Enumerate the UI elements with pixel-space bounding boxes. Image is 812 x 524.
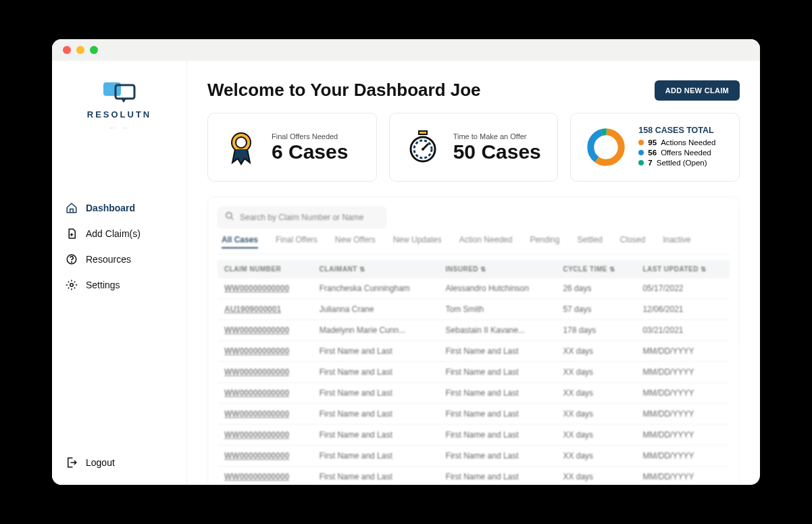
claimant-cell: First Name and Last [313, 362, 439, 383]
table-row[interactable]: WW00000000000First Name and LastFirst Na… [218, 425, 730, 446]
sidebar-item-resources[interactable]: Resources [66, 253, 173, 265]
updated-cell: MM/DD/YYYY [636, 467, 730, 486]
search-box[interactable] [218, 207, 386, 228]
app-window: RESOLUTN ← → Dashboard Add Claim(s) [52, 39, 760, 485]
gear-icon [66, 279, 78, 291]
minimize-icon[interactable] [76, 46, 84, 54]
tab-settled[interactable]: Settled [577, 235, 602, 248]
claimant-cell: Julianna Crane [313, 299, 439, 320]
claim-number-cell[interactable]: WW00000000000 [218, 425, 313, 446]
totals-title: 158 CASES TOTAL [638, 126, 715, 135]
stopwatch-icon [405, 129, 441, 165]
updated-cell: 12/06/2021 [636, 299, 730, 320]
sidebar-item-dashboard[interactable]: Dashboard [66, 202, 173, 214]
brand-name: RESOLUTN [52, 109, 186, 120]
tab-pending[interactable]: Pending [530, 235, 559, 248]
table-row[interactable]: WW00000000000First Name and LastFirst Na… [218, 362, 730, 383]
claim-number-cell[interactable]: WW00000000000 [218, 446, 313, 467]
sidebar-item-settings[interactable]: Settings [66, 279, 173, 291]
updated-cell: MM/DD/YYYY [636, 425, 730, 446]
insured-cell: Sebastain II Kavane... [439, 320, 557, 341]
claim-number-cell[interactable]: WW00000000000 [218, 467, 313, 486]
claim-number-cell[interactable]: WW00000000000 [218, 404, 313, 425]
updated-cell: MM/DD/YYYY [636, 383, 730, 404]
cycle-cell: XX days [556, 467, 636, 486]
stat-value: 6 Cases [272, 142, 348, 162]
cycle-cell: XX days [556, 404, 636, 425]
legend-dot-icon [638, 150, 644, 155]
claimant-cell: First Name and Last [313, 404, 439, 425]
titlebar [52, 39, 760, 61]
stat-card-make-offer: Time to Make an Offer 50 Cases [389, 113, 559, 182]
search-input[interactable] [240, 213, 379, 222]
insured-cell: Alessandro Hutchinson [439, 278, 557, 299]
maximize-icon[interactable] [90, 46, 98, 54]
sidebar-item-label: Settings [86, 280, 120, 290]
svg-point-11 [422, 148, 424, 151]
tab-action-needed[interactable]: Action Needed [459, 235, 513, 248]
help-icon [66, 253, 78, 265]
nav: Dashboard Add Claim(s) Resources [52, 202, 186, 291]
claim-number-cell[interactable]: WW00000000000 [218, 278, 313, 299]
search-icon [225, 211, 234, 224]
claimant-cell: Francheska Cunningham [313, 278, 439, 299]
column-header[interactable]: LAST UPDATED ⇅ [636, 260, 730, 278]
stat-card-final-offers: Final Offers Needed 6 Cases [207, 113, 377, 182]
logout-label: Logout [86, 457, 115, 468]
column-header[interactable]: CLAIMANT ⇅ [313, 260, 439, 278]
tab-new-offers[interactable]: New Offers [335, 235, 376, 248]
insured-cell: Tom Smith [439, 299, 557, 320]
tab-new-updates[interactable]: New Updates [393, 235, 442, 248]
logo-icon [101, 81, 138, 105]
cycle-cell: XX days [556, 362, 636, 383]
ribbon-icon [223, 129, 259, 165]
table-row[interactable]: WW00000000000Francheska CunninghamAlessa… [218, 278, 730, 299]
logout-button[interactable]: Logout [66, 456, 173, 469]
insured-cell: First Name and Last [439, 404, 557, 425]
sidebar-item-add-claims[interactable]: Add Claim(s) [66, 228, 173, 240]
add-new-claim-button[interactable]: ADD NEW CLAIM [655, 80, 740, 101]
cycle-cell: XX days [556, 446, 636, 467]
column-header[interactable]: CLAIM NUMBER [218, 260, 313, 278]
legend-row: 7 Settled (Open) [638, 159, 715, 167]
table-row[interactable]: WW00000000000First Name and LastFirst Na… [218, 404, 730, 425]
table-row[interactable]: WW00000000000First Name and LastFirst Na… [218, 341, 730, 362]
svg-point-15 [226, 213, 232, 218]
logo: RESOLUTN ← → [52, 81, 186, 132]
claim-number-cell[interactable]: WW00000000000 [218, 341, 313, 362]
insured-cell: First Name and Last [439, 467, 557, 486]
claim-number-cell[interactable]: WW00000000000 [218, 383, 313, 404]
column-header[interactable]: CYCLE TIME ⇅ [556, 260, 636, 278]
table-row[interactable]: WW00000000000First Name and LastFirst Na… [218, 446, 730, 467]
sidebar-item-label: Add Claim(s) [86, 228, 141, 239]
sidebar-item-label: Resources [86, 254, 131, 265]
claim-number-cell[interactable]: AU1909000001 [218, 299, 313, 320]
claim-number-cell[interactable]: WW00000000000 [218, 362, 313, 383]
claim-number-cell[interactable]: WW00000000000 [218, 320, 313, 341]
updated-cell: 05/17/2022 [636, 278, 730, 299]
table-row[interactable]: AU1909000001Julianna CraneTom Smith57 da… [218, 299, 730, 320]
collapse-icon[interactable]: ← → [52, 124, 186, 132]
table-row[interactable]: WW00000000000Madelynn Marie Cunn...Sebas… [218, 320, 730, 341]
stat-label: Time to Make an Offer [453, 132, 541, 140]
tab-inactive[interactable]: Inactive [663, 235, 690, 248]
tab-final-offers[interactable]: Final Offers [276, 235, 318, 248]
tab-all-cases[interactable]: All Cases [222, 235, 258, 248]
close-icon[interactable] [63, 46, 71, 54]
claimant-cell: First Name and Last [313, 341, 439, 362]
updated-cell: MM/DD/YYYY [636, 446, 730, 467]
cycle-cell: XX days [556, 425, 636, 446]
tab-closed[interactable]: Closed [620, 235, 645, 248]
updated-cell: 03/21/2021 [636, 320, 730, 341]
cycle-cell: XX days [556, 383, 636, 404]
filter-tabs: All CasesFinal OffersNew OffersNew Updat… [218, 235, 730, 255]
table-row[interactable]: WW00000000000First Name and LastFirst Na… [218, 383, 730, 404]
donut-chart-icon [586, 127, 626, 167]
main: Welcome to Your Dashboard Joe ADD NEW CL… [187, 61, 760, 485]
column-header[interactable]: INSURED ⇅ [439, 260, 557, 278]
claimant-cell: First Name and Last [313, 425, 439, 446]
svg-point-6 [236, 137, 247, 148]
claimant-cell: First Name and Last [313, 446, 439, 467]
cycle-cell: 57 days [556, 299, 636, 320]
table-row[interactable]: WW00000000000First Name and LastFirst Na… [218, 467, 730, 486]
